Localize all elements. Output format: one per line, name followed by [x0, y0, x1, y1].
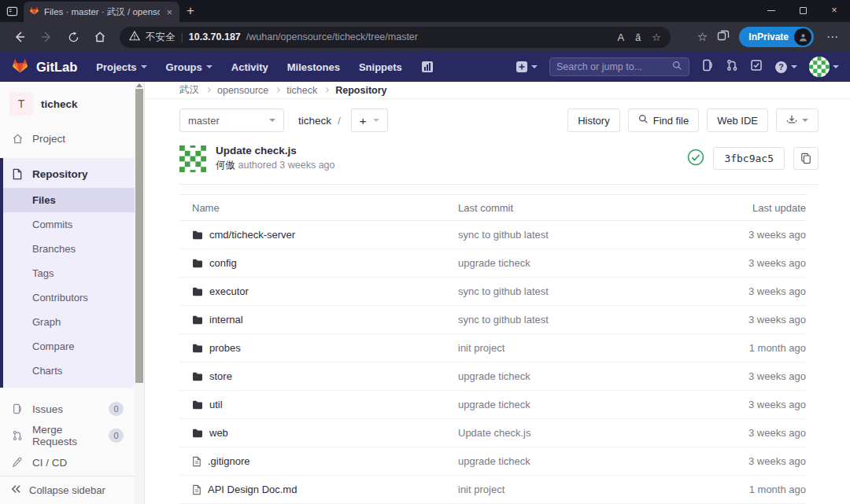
table-row[interactable]: cmd/ticheck-server sync to github latest… — [179, 221, 806, 249]
search-input[interactable] — [556, 61, 672, 72]
favorites-bar-star-icon[interactable]: ☆ — [697, 30, 708, 44]
sidebar-item-repository[interactable]: Repository — [3, 160, 135, 188]
new-tab-button[interactable]: + — [179, 0, 201, 22]
sidebar-item-issues[interactable]: Issues 0 — [0, 395, 135, 422]
tab-close-icon[interactable]: × — [164, 7, 174, 17]
add-favorite-star-icon[interactable]: ☆ — [652, 31, 661, 43]
security-label[interactable]: 不安全 — [146, 31, 176, 44]
commit-author-link[interactable]: 何傲 — [216, 160, 235, 171]
table-row[interactable]: store upgrade ticheck 3 weeks ago — [179, 362, 806, 391]
find-file-button[interactable]: Find file — [628, 109, 700, 132]
file-name-link[interactable]: cmd/ticheck-server — [209, 229, 295, 241]
address-bar[interactable]: 不安全 | 10.3.70.187/wuhan/opensource/tiche… — [120, 27, 671, 48]
home-button[interactable] — [88, 25, 112, 49]
breadcrumb-project[interactable]: ticheck — [286, 85, 317, 96]
new-menu-button[interactable] — [516, 61, 538, 73]
pipeline-status-icon[interactable] — [687, 149, 704, 169]
table-row[interactable]: internal sync to github latest 3 weeks a… — [179, 306, 806, 334]
issues-nav-icon[interactable] — [701, 59, 714, 75]
commit-message-link[interactable]: init project — [458, 342, 504, 354]
commit-message-link[interactable]: upgrade ticheck — [458, 399, 530, 410]
scrollbar-thumb[interactable] — [135, 89, 143, 383]
copy-sha-button[interactable] — [793, 147, 819, 170]
nav-projects[interactable]: Projects — [96, 61, 146, 73]
gitlab-brand[interactable]: GitLab — [11, 57, 77, 78]
file-name-link[interactable]: probes — [209, 342, 241, 354]
file-name-link[interactable]: util — [209, 399, 223, 410]
file-name-link[interactable]: store — [209, 370, 232, 382]
tab-actions-icon[interactable] — [0, 0, 24, 22]
todos-nav-icon[interactable] — [750, 59, 763, 75]
sidebar-subitem-charts[interactable]: Charts — [3, 359, 135, 383]
commit-message-link[interactable]: Update check.js — [458, 427, 531, 439]
help-menu-button[interactable]: ? — [774, 61, 797, 74]
file-name-link[interactable]: config — [209, 257, 237, 269]
branch-selector[interactable]: master — [179, 109, 284, 132]
scrollbar-up-arrow[interactable] — [136, 83, 142, 87]
forward-button[interactable] — [35, 25, 58, 49]
minimize-button[interactable] — [756, 0, 787, 20]
breadcrumb-subgroup[interactable]: opensource — [217, 85, 268, 96]
download-dropdown-button[interactable] — [776, 109, 819, 132]
tab-groups-icon[interactable] — [717, 29, 730, 45]
global-search[interactable] — [549, 57, 689, 76]
sidebar-item-merge-requests[interactable]: Merge Requests 0 — [0, 422, 135, 449]
maximize-button[interactable] — [787, 0, 819, 20]
charts-nav-icon[interactable] — [421, 61, 434, 73]
merge-requests-nav-icon[interactable] — [726, 59, 738, 75]
table-row[interactable]: probes init project 1 month ago — [179, 334, 806, 362]
user-menu-button[interactable] — [809, 57, 839, 77]
commit-message-link[interactable]: init project — [458, 484, 504, 495]
commit-sha[interactable]: 3fbc9ac5 — [713, 147, 785, 170]
sidebar-subitem-branches[interactable]: Branches — [3, 237, 135, 261]
file-name-link[interactable]: web — [209, 427, 228, 439]
add-file-dropdown[interactable]: + — [351, 109, 388, 132]
nav-groups[interactable]: Groups — [166, 61, 213, 73]
file-name-link[interactable]: API Design Doc.md — [208, 484, 297, 495]
browser-tab[interactable]: Files · master · 武汉 / opensourc × — [24, 2, 179, 22]
commit-title-link[interactable]: Update check.js — [216, 145, 335, 156]
table-row[interactable]: util upgrade ticheck 3 weeks ago — [179, 391, 806, 419]
breadcrumb-current: Repository — [335, 85, 386, 96]
sidebar-subitem-tags[interactable]: Tags — [3, 261, 135, 285]
commit-message-link[interactable]: upgrade ticheck — [458, 455, 530, 467]
back-button[interactable] — [8, 25, 31, 49]
table-row[interactable]: web Update check.js 3 weeks ago — [179, 419, 806, 447]
read-aloud-icon[interactable]: A — [617, 31, 624, 43]
breadcrumb-group[interactable]: 武汉 — [179, 83, 199, 97]
close-window-button[interactable]: × — [819, 0, 850, 20]
refresh-button[interactable] — [61, 25, 85, 49]
table-row[interactable]: executor sync to github latest 3 weeks a… — [179, 278, 806, 306]
path-project-link[interactable]: ticheck — [298, 115, 331, 127]
sidebar-scrollbar[interactable] — [135, 82, 144, 504]
translate-icon[interactable]: ã — [635, 31, 641, 43]
browser-menu-icon[interactable]: ⋯ — [823, 30, 842, 44]
nav-milestones[interactable]: Milestones — [287, 61, 340, 73]
sidebar-subitem-commits[interactable]: Commits — [3, 212, 135, 237]
file-name-link[interactable]: internal — [209, 314, 243, 326]
file-name-link[interactable]: executor — [209, 285, 249, 297]
sidebar-subitem-graph[interactable]: Graph — [3, 310, 135, 334]
commit-message-link[interactable]: sync to github latest — [458, 285, 549, 297]
sidebar-item-ci-cd[interactable]: CI / CD — [0, 449, 135, 476]
collapse-sidebar-button[interactable]: Collapse sidebar — [0, 476, 135, 504]
nav-activity[interactable]: Activity — [231, 61, 268, 73]
file-name-link[interactable]: .gitignore — [208, 455, 249, 467]
sidebar-item-project[interactable]: Project — [0, 125, 135, 152]
nav-snippets[interactable]: Snippets — [359, 61, 402, 73]
sidebar-subitem-contributors[interactable]: Contributors — [3, 285, 135, 310]
project-header[interactable]: T ticheck — [0, 82, 135, 125]
table-row[interactable]: .gitignore upgrade ticheck 3 weeks ago — [179, 447, 806, 476]
table-row[interactable]: API Design Doc.md init project 1 month a… — [179, 476, 806, 504]
history-button[interactable]: History — [567, 109, 619, 132]
sidebar-subitem-files[interactable]: Files — [3, 188, 135, 212]
sidebar-subitem-compare[interactable]: Compare — [3, 334, 135, 359]
commit-message-link[interactable]: sync to github latest — [458, 314, 549, 326]
inprivate-badge[interactable]: InPrivate — [739, 27, 814, 47]
commit-message-link[interactable]: sync to github latest — [458, 229, 549, 241]
last-commit-panel: Update check.js 何傲 authored 3 weeks ago … — [179, 145, 819, 185]
table-row[interactable]: config upgrade ticheck 3 weeks ago — [179, 249, 806, 278]
commit-message-link[interactable]: upgrade ticheck — [458, 370, 530, 382]
web-ide-button[interactable]: Web IDE — [707, 109, 768, 132]
commit-message-link[interactable]: upgrade ticheck — [458, 257, 530, 269]
